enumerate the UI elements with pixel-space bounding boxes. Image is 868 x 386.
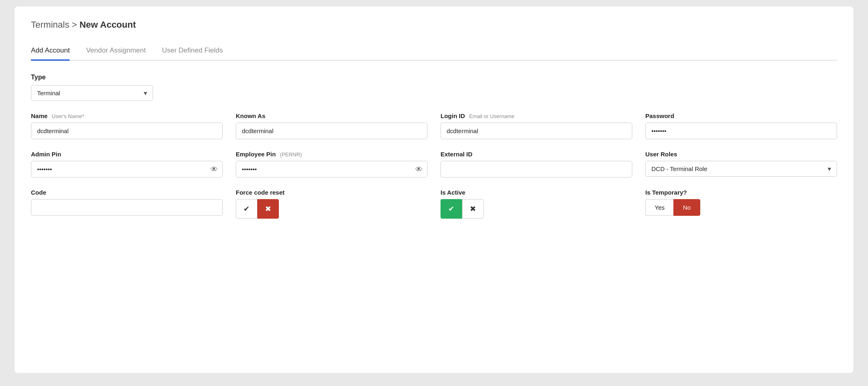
password-group: Password xyxy=(645,112,837,139)
external-id-group: External ID xyxy=(441,151,632,178)
admin-pin-eye-icon[interactable]: 👁 xyxy=(210,165,218,173)
code-input[interactable] xyxy=(31,199,223,216)
user-roles-label: User Roles xyxy=(645,151,837,158)
admin-pin-group: Admin Pin 👁 xyxy=(31,151,223,178)
form-grid-row3: Code Force code reset ✔ ✖ Is Active ✔ ✖ … xyxy=(31,189,837,219)
admin-pin-input[interactable] xyxy=(31,161,223,178)
is-temporary-no-button[interactable]: No xyxy=(673,199,700,216)
force-code-reset-toggle: ✔ ✖ xyxy=(236,199,427,219)
form-grid-row2: Admin Pin 👁 Employee Pin (PERNR) 👁 Exter… xyxy=(31,151,837,178)
is-temporary-toggle: Yes No xyxy=(645,199,837,216)
tab-add-account[interactable]: Add Account xyxy=(31,42,70,61)
known-as-group: Known As xyxy=(236,112,427,139)
is-temporary-yes-button[interactable]: Yes xyxy=(645,199,673,216)
type-select[interactable]: Terminal User Admin xyxy=(31,85,153,101)
is-temporary-label: Is Temporary? xyxy=(645,189,837,196)
breadcrumb: Terminals > New Account xyxy=(31,20,837,30)
employee-pin-sublabel: (PERNR) xyxy=(280,151,302,158)
is-active-times-button[interactable]: ✖ xyxy=(462,199,484,219)
employee-pin-group: Employee Pin (PERNR) 👁 xyxy=(236,151,427,178)
tab-vendor-assignment[interactable]: Vendor Assignment xyxy=(86,42,145,61)
is-active-label: Is Active xyxy=(441,189,632,196)
is-active-check-button[interactable]: ✔ xyxy=(441,199,462,219)
is-active-toggle: ✔ ✖ xyxy=(441,199,632,219)
type-label: Type xyxy=(31,74,837,81)
known-as-input[interactable] xyxy=(236,123,427,139)
is-active-group: Is Active ✔ ✖ xyxy=(441,189,632,219)
force-code-reset-group: Force code reset ✔ ✖ xyxy=(236,189,427,219)
login-id-group: Login ID Email or Username xyxy=(441,112,632,139)
name-group: Name User's Name* xyxy=(31,112,223,139)
known-as-label: Known As xyxy=(236,112,427,119)
user-roles-select[interactable]: DCD - Terminal Role xyxy=(645,161,837,177)
user-roles-group: User Roles DCD - Terminal Role ▼ xyxy=(645,151,837,178)
employee-pin-eye-icon[interactable]: 👁 xyxy=(415,165,423,173)
external-id-input[interactable] xyxy=(441,161,632,178)
is-temporary-group: Is Temporary? Yes No xyxy=(645,189,837,219)
force-code-reset-label: Force code reset xyxy=(236,189,427,196)
login-id-label: Login ID Email or Username xyxy=(441,112,632,119)
breadcrumb-current: New Account xyxy=(79,20,136,30)
name-label: Name User's Name* xyxy=(31,112,223,119)
tabs-bar: Add Account Vendor Assignment User Defin… xyxy=(31,42,837,61)
employee-pin-label: Employee Pin (PERNR) xyxy=(236,151,427,158)
employee-pin-input[interactable] xyxy=(236,161,427,178)
name-sublabel: User's Name* xyxy=(52,113,84,119)
password-label: Password xyxy=(645,112,837,119)
type-section: Type Terminal User Admin ▼ xyxy=(31,74,837,101)
user-roles-select-wrapper: DCD - Terminal Role ▼ xyxy=(645,161,837,177)
force-code-reset-times-button[interactable]: ✖ xyxy=(257,199,279,219)
external-id-label: External ID xyxy=(441,151,632,158)
tab-user-defined-fields[interactable]: User Defined Fields xyxy=(162,42,223,61)
admin-pin-wrapper: 👁 xyxy=(31,161,223,178)
page-container: Terminals > New Account Add Account Vend… xyxy=(15,7,853,373)
force-code-reset-check-button[interactable]: ✔ xyxy=(236,199,257,219)
name-input[interactable] xyxy=(31,123,223,139)
employee-pin-wrapper: 👁 xyxy=(236,161,427,178)
password-input[interactable] xyxy=(645,123,837,139)
code-label: Code xyxy=(31,189,223,196)
login-id-sublabel: Email or Username xyxy=(469,113,514,119)
breadcrumb-separator: > xyxy=(72,20,79,30)
code-group: Code xyxy=(31,189,223,219)
breadcrumb-prefix: Terminals xyxy=(31,20,69,30)
type-select-wrapper: Terminal User Admin ▼ xyxy=(31,85,153,101)
form-grid-row1: Name User's Name* Known As Login ID Emai… xyxy=(31,112,837,139)
login-id-input[interactable] xyxy=(441,123,632,139)
admin-pin-label: Admin Pin xyxy=(31,151,223,158)
